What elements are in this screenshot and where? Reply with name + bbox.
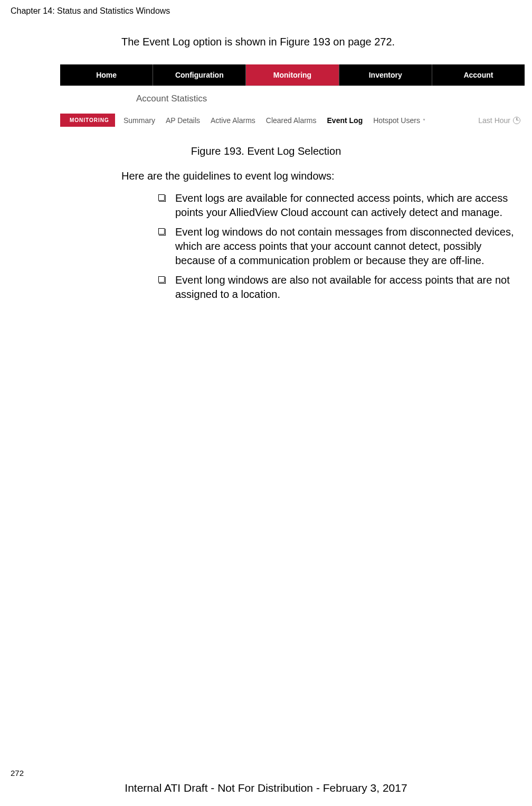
list-item: Event log windows do not contain message… [158, 225, 517, 268]
bullet-list: Event logs are available for connected a… [158, 191, 517, 307]
monitoring-badge: MONITORING [60, 114, 115, 127]
tab-cleared-alarms[interactable]: Cleared Alarms [266, 116, 317, 125]
last-hour-label: Last Hour [478, 116, 510, 125]
nav-inventory[interactable]: Inventory [339, 64, 432, 86]
tab-summary[interactable]: Summary [124, 116, 155, 125]
nav-configuration[interactable]: Configuration [153, 64, 246, 86]
account-statistics-title: Account Statistics [60, 86, 525, 104]
bullet-icon [158, 194, 165, 201]
nav-home[interactable]: Home [60, 64, 153, 86]
page-number: 272 [11, 768, 24, 777]
nav-account[interactable]: Account [432, 64, 525, 86]
bullet-text: Event log windows do not contain message… [175, 225, 517, 268]
sub-nav-row: MONITORING Summary AP Details Active Ala… [60, 114, 525, 127]
main-nav-bar: Home Configuration Monitoring Inventory … [60, 64, 525, 86]
tab-event-log[interactable]: Event Log [327, 116, 363, 125]
tab-hotspot-users[interactable]: Hotspot Users ˅ [373, 116, 425, 125]
figure-screenshot: Home Configuration Monitoring Inventory … [60, 64, 525, 127]
bullet-text: Event long windows are also not availabl… [175, 273, 517, 302]
list-item: Event long windows are also not availabl… [158, 273, 517, 302]
bullet-icon [158, 228, 165, 235]
nav-monitoring[interactable]: Monitoring [246, 64, 339, 86]
last-hour-selector[interactable]: Last Hour [478, 116, 525, 125]
clock-icon [513, 117, 520, 124]
tab-ap-details[interactable]: AP Details [166, 116, 200, 125]
chevron-down-icon: ˅ [421, 118, 425, 124]
chapter-header: Chapter 14: Status and Statistics Window… [11, 6, 170, 16]
bullet-icon [158, 276, 165, 283]
footer-draft-notice: Internal ATI Draft - Not For Distributio… [0, 782, 532, 794]
guidelines-intro: Here are the guidelines to event log win… [121, 170, 335, 182]
intro-paragraph: The Event Log option is shown in Figure … [121, 36, 395, 48]
sub-tabs: Summary AP Details Active Alarms Cleared… [124, 116, 478, 125]
tab-active-alarms[interactable]: Active Alarms [211, 116, 255, 125]
figure-caption: Figure 193. Event Log Selection [0, 145, 532, 157]
bullet-text: Event logs are available for connected a… [175, 191, 517, 220]
list-item: Event logs are available for connected a… [158, 191, 517, 220]
